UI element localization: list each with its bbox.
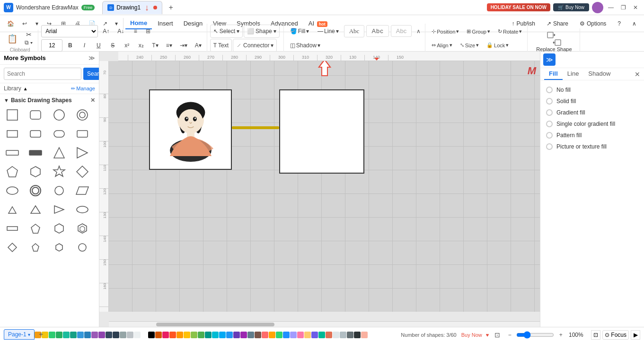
undo-button[interactable]: ↩ — [18, 17, 31, 30]
color-swatch[interactable] — [205, 332, 212, 338]
sidebar-collapse-icon[interactable]: ≫ — [88, 54, 95, 61]
color-swatch[interactable] — [347, 332, 353, 338]
canvas-shape-image-box[interactable] — [149, 89, 232, 170]
color-swatch[interactable] — [77, 332, 84, 338]
solid-fill-radio[interactable] — [546, 98, 553, 105]
fill-tab[interactable]: Fill — [544, 68, 563, 80]
options-button[interactable]: ⚙ Options — [576, 18, 610, 29]
shape-circle-solid[interactable] — [51, 106, 68, 123]
style-abc2[interactable]: Abc — [366, 25, 388, 37]
collapse-ribbon-button[interactable]: ∧ — [628, 18, 640, 29]
underline-button[interactable]: U — [92, 39, 105, 52]
shape-hexagon-outline[interactable] — [74, 220, 91, 237]
color-swatch[interactable] — [120, 332, 126, 338]
shape-parallelogram[interactable] — [74, 182, 91, 199]
position-button[interactable]: ⊹ Position ▾ — [428, 25, 462, 38]
shape-flat-rect[interactable] — [4, 144, 21, 161]
line-tab[interactable]: Line — [563, 68, 584, 80]
color-swatch[interactable] — [354, 332, 361, 338]
color-swatch[interactable] — [247, 332, 254, 338]
shape-triangle-sm[interactable] — [4, 201, 21, 218]
color-swatch[interactable] — [361, 332, 368, 338]
single-color-gradient-option[interactable]: Single color gradient fill — [544, 118, 640, 130]
gradient-fill-radio[interactable] — [546, 109, 553, 116]
color-swatch[interactable] — [304, 332, 311, 338]
color-swatch[interactable] — [283, 332, 290, 338]
shape-hexagon-sm[interactable] — [51, 220, 68, 237]
add-page-button[interactable]: + — [36, 330, 46, 339]
shape-triangle-right[interactable] — [74, 144, 91, 161]
shape-circle-xs[interactable] — [74, 239, 91, 256]
color-swatch[interactable] — [134, 332, 141, 338]
shape-square[interactable] — [4, 106, 21, 123]
shape-hexagon[interactable] — [27, 163, 44, 180]
color-swatch[interactable] — [162, 332, 169, 338]
font-size-increase[interactable]: A↑ — [99, 25, 113, 38]
color-swatch[interactable] — [113, 332, 119, 338]
strikethrough-button[interactable]: S — [106, 39, 119, 52]
text-format-button[interactable]: T▾ — [149, 39, 161, 52]
color-swatch[interactable] — [148, 332, 155, 338]
zoom-slider[interactable] — [516, 331, 554, 339]
bold-button[interactable]: B — [63, 39, 77, 52]
italic-button[interactable]: I — [78, 39, 91, 52]
shape-triangle-sm3[interactable] — [51, 201, 68, 218]
shadow-tab[interactable]: Shadow — [583, 68, 615, 80]
minimize-button[interactable]: — — [606, 3, 616, 12]
shape-triangle-up[interactable] — [51, 144, 68, 161]
color-swatch[interactable] — [269, 332, 275, 338]
group-button[interactable]: ⊞ Group ▾ — [463, 25, 494, 38]
font-section-expand[interactable]: ⊞ — [143, 26, 153, 36]
select-button[interactable]: ↖ Select ▾ — [210, 25, 243, 38]
color-swatch[interactable] — [70, 332, 77, 338]
manage-link[interactable]: ✏ Manage — [71, 86, 95, 92]
color-swatch[interactable] — [56, 332, 62, 338]
color-swatch[interactable] — [169, 332, 176, 338]
shape-oval[interactable] — [74, 201, 91, 218]
shape-dark-rect[interactable] — [27, 144, 44, 161]
pattern-fill-option[interactable]: Pattern fill — [544, 130, 640, 141]
pattern-fill-radio[interactable] — [546, 132, 553, 139]
text-button[interactable]: T Text — [210, 39, 232, 52]
color-swatch[interactable] — [226, 332, 233, 338]
color-swatch[interactable] — [212, 332, 219, 338]
cut-button[interactable]: ✂ — [21, 31, 36, 38]
close-button[interactable]: ✕ — [631, 3, 640, 12]
single-gradient-radio[interactable] — [546, 121, 553, 127]
picture-texture-radio[interactable] — [546, 143, 553, 150]
search-input[interactable] — [4, 68, 81, 80]
color-swatch[interactable] — [297, 332, 304, 338]
size-button[interactable]: ⤡ Size ▾ — [457, 39, 482, 52]
list-button[interactable]: ≡▾ — [163, 39, 176, 52]
rotate-button[interactable]: ↻ Rotate ▾ — [494, 25, 525, 38]
color-swatch[interactable] — [155, 332, 162, 338]
focus-button[interactable]: ⊙ Focus — [602, 330, 629, 340]
solid-fill-option[interactable]: Solid fill — [544, 96, 640, 107]
shape-button[interactable]: ⬜ Shape ▾ — [244, 25, 280, 38]
color-swatch[interactable] — [176, 332, 183, 338]
paste-button[interactable]: 📋 — [4, 31, 21, 47]
connector-button[interactable]: ⟋ Connector ▾ — [233, 39, 277, 52]
subscript-button[interactable]: x₂ — [134, 39, 148, 52]
shape-rect-sm3[interactable] — [74, 125, 91, 142]
shape-rect-sm-rounded[interactable] — [27, 125, 44, 142]
shape-rect-xs[interactable] — [4, 220, 21, 237]
color-swatch[interactable] — [98, 332, 105, 338]
indent-button[interactable]: ⇥▾ — [176, 39, 191, 52]
color-swatch[interactable] — [184, 332, 190, 338]
color-swatch[interactable] — [219, 332, 226, 338]
color-swatch[interactable] — [290, 332, 297, 338]
shape-circle-outline[interactable] — [74, 106, 91, 123]
line-button[interactable]: — Line ▾ — [314, 25, 342, 38]
color-swatch[interactable] — [262, 332, 268, 338]
color-swatch[interactable] — [49, 332, 55, 338]
shape-triangle-sm2[interactable] — [27, 201, 44, 218]
color-swatch[interactable] — [340, 332, 346, 338]
font-family-select[interactable]: Arial — [41, 25, 98, 37]
play-button[interactable]: ▶ — [631, 330, 640, 340]
color-swatch[interactable] — [318, 332, 325, 338]
restore-button[interactable]: ❐ — [618, 3, 628, 12]
color-swatch[interactable] — [191, 332, 197, 338]
right-sidebar-close[interactable]: ✕ — [635, 70, 640, 78]
holiday-banner[interactable]: HOLIDAY SALE ON NOW — [487, 3, 550, 11]
